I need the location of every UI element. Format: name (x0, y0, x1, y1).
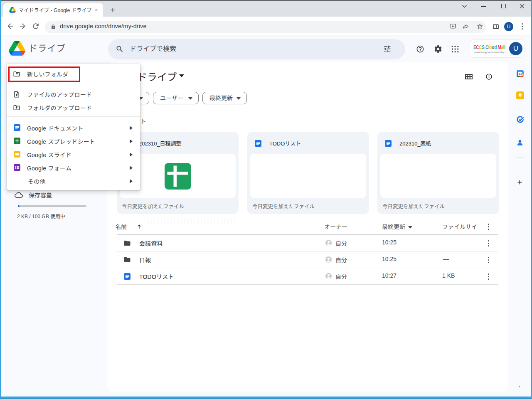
svg-text:31: 31 (518, 72, 522, 76)
